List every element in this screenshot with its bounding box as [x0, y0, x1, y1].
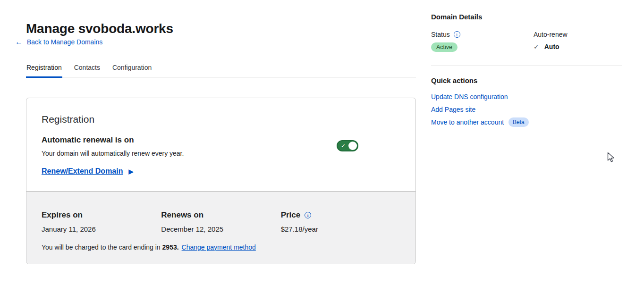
- card-footer: Expires on January 11, 2026 Renews on De…: [26, 191, 415, 264]
- card-heading: Registration: [42, 114, 94, 125]
- auto-renew-label: Auto-renew: [534, 31, 568, 38]
- triangle-right-icon: ▶: [128, 168, 133, 175]
- renew-extend-domain-link[interactable]: Renew/Extend Domain ▶: [42, 167, 133, 176]
- status-label: Status i: [431, 31, 460, 38]
- price-label: Price i: [281, 210, 400, 220]
- renews-on-column: Renews on December 12, 2025: [161, 210, 280, 233]
- sidebar-divider: [431, 66, 622, 66]
- auto-renew-toggle[interactable]: ✓: [337, 140, 358, 151]
- auto-renew-value-text: Auto: [544, 43, 559, 50]
- card-last4: 2953: [162, 243, 177, 251]
- footer-columns: Expires on January 11, 2026 Renews on De…: [42, 210, 400, 233]
- charge-text-suffix: .: [177, 243, 179, 251]
- back-arrow-icon: ←: [15, 38, 23, 46]
- back-link-label: Back to Manage Domains: [27, 38, 102, 46]
- charge-text-prefix: You will be charged to the card ending i…: [42, 243, 162, 251]
- expires-on-label: Expires on: [42, 210, 161, 220]
- change-payment-method-link[interactable]: Change payment method: [182, 243, 256, 251]
- renews-on-label: Renews on: [161, 210, 280, 220]
- check-icon: ✓: [534, 43, 539, 50]
- back-to-manage-domains-link[interactable]: ← Back to Manage Domains: [15, 38, 102, 46]
- add-pages-site-link[interactable]: Add Pages site: [431, 106, 475, 113]
- move-to-another-account-link[interactable]: Move to another account Beta: [431, 117, 529, 127]
- registration-card: Registration Automatic renewal is on You…: [26, 98, 416, 264]
- mouse-cursor-icon: [606, 152, 615, 165]
- renews-on-value: December 12, 2025: [161, 225, 280, 233]
- tab-configuration[interactable]: Configuration: [112, 63, 152, 77]
- info-icon[interactable]: i: [454, 31, 460, 38]
- quick-actions-heading: Quick actions: [431, 76, 477, 84]
- status-badge: Active: [431, 42, 458, 52]
- expires-on-column: Expires on January 11, 2026: [42, 210, 161, 233]
- page-title: Manage svoboda.works: [26, 21, 173, 36]
- price-value: $27.18/year: [281, 225, 400, 233]
- status-label-text: Status: [431, 31, 450, 38]
- move-to-another-account-label: Move to another account: [431, 118, 504, 126]
- expires-on-value: January 11, 2026: [42, 225, 161, 233]
- info-icon[interactable]: i: [305, 212, 311, 218]
- charge-notice: You will be charged to the card ending i…: [42, 243, 400, 251]
- tab-contacts[interactable]: Contacts: [74, 63, 101, 77]
- tab-bar: Registration Contacts Configuration: [26, 63, 416, 77]
- price-label-text: Price: [281, 210, 301, 220]
- page: Manage svoboda.works ← Back to Manage Do…: [0, 0, 644, 293]
- auto-renewal-title: Automatic renewal is on: [42, 135, 134, 145]
- toggle-knob: [348, 142, 357, 150]
- domain-details-heading: Domain Details: [431, 13, 482, 21]
- check-icon: ✓: [341, 142, 346, 150]
- beta-badge: Beta: [508, 117, 529, 127]
- update-dns-configuration-link[interactable]: Update DNS configuration: [431, 93, 508, 100]
- auto-renewal-subtitle: Your domain will automatically renew eve…: [42, 150, 184, 157]
- auto-renew-value: ✓ Auto: [534, 43, 559, 50]
- price-column: Price i $27.18/year: [281, 210, 400, 233]
- renew-link-label: Renew/Extend Domain: [42, 167, 123, 176]
- tab-registration[interactable]: Registration: [26, 63, 62, 78]
